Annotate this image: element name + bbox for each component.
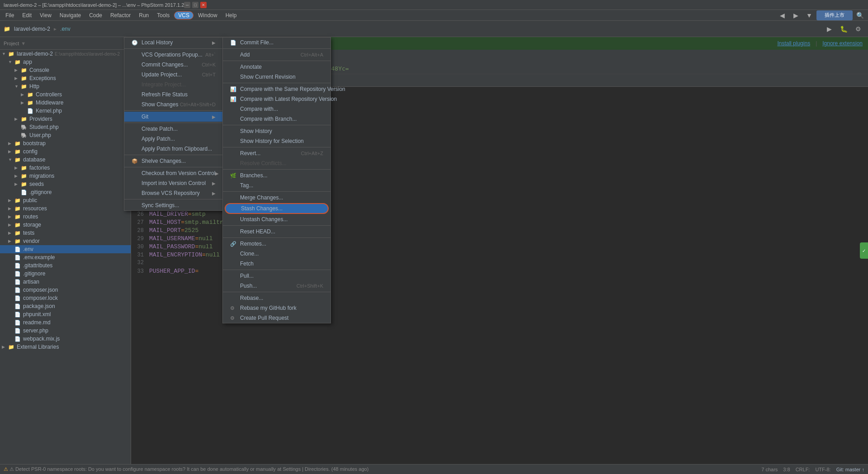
sidebar-item-bootstrap[interactable]: ▶ 📁 bootstrap	[0, 139, 131, 147]
debug-button[interactable]: 🐛	[837, 23, 850, 35]
sidebar-item-storage[interactable]: ▶ 📁 storage	[0, 221, 131, 229]
green-indicator[interactable]: ✓	[860, 242, 868, 259]
git-stash-changes[interactable]: Stash Changes...	[225, 203, 329, 214]
git-branches[interactable]: 🌿Branches...	[223, 171, 330, 180]
sidebar-item-webpack[interactable]: ▶ 📄 webpack.mix.js	[0, 335, 131, 343]
git-show-history-selection[interactable]: Show History for Selection	[223, 136, 330, 146]
sidebar-item-env[interactable]: ▶ 📄 .env	[0, 245, 131, 253]
git-push[interactable]: Push... Ctrl+Shift+K	[223, 281, 330, 291]
sidebar-item-phpunit[interactable]: ▶ 📄 phpunit.xml	[0, 310, 131, 318]
menu-view[interactable]: View	[36, 11, 55, 19]
vcs-create-patch[interactable]: Create Patch...	[124, 124, 223, 134]
vcs-commit-changes[interactable]: Commit Changes... Ctrl+K	[124, 60, 223, 70]
vcs-import[interactable]: Import into Version Control ▶	[124, 178, 223, 188]
git-compare-latest[interactable]: 📊Compare with Latest Repository Version	[223, 94, 330, 104]
sidebar-item-public[interactable]: ▶ 📁 public	[0, 196, 131, 204]
toolbar-back-button[interactable]: ◀	[776, 9, 788, 22]
git-annotate[interactable]: Annotate	[223, 62, 330, 72]
sidebar-item-gitattributes[interactable]: ▶ 📄 .gitattributes	[0, 261, 131, 270]
sidebar-item-kernel[interactable]: ▶ 📄 Kernel.php	[0, 107, 131, 115]
sidebar-item-external-libraries[interactable]: ▶ 📁 External Libraries	[0, 343, 131, 351]
git-rebase-github-fork[interactable]: ⚙Rebase my GitHub fork	[223, 303, 330, 313]
sidebar-item-composer-json[interactable]: ▶ 📄 composer.json	[0, 286, 131, 294]
git-pull[interactable]: Pull...	[223, 271, 330, 281]
sidebar-item-vendor[interactable]: ▶ 📁 vendor	[0, 237, 131, 245]
git-compare-same-repo[interactable]: 📊Compare with the Same Repository Versio…	[223, 84, 330, 94]
menu-navigate[interactable]: Navigate	[56, 11, 85, 19]
run-button[interactable]: ▶	[823, 23, 835, 35]
vcs-apply-patch[interactable]: Apply Patch...	[124, 134, 223, 144]
toolbar-forward-button[interactable]: ▶	[789, 9, 802, 22]
sidebar-item-resources[interactable]: ▶ 📁 resources	[0, 204, 131, 213]
menu-help[interactable]: Help	[222, 11, 241, 19]
menu-file[interactable]: File	[2, 11, 18, 19]
menu-tools[interactable]: Tools	[153, 11, 173, 19]
git-reset-head[interactable]: Reset HEAD...	[223, 227, 330, 237]
vcs-apply-patch-clipboard[interactable]: Apply Patch from Clipboard...	[124, 144, 223, 154]
sidebar-item-seeds[interactable]: ▶ 📁 seeds	[0, 180, 131, 188]
sidebar-item-providers[interactable]: ▶ 📁 Providers	[0, 115, 131, 123]
git-fetch[interactable]: Fetch	[223, 259, 330, 269]
git-clone[interactable]: Clone...	[223, 249, 330, 259]
sidebar-item-exceptions[interactable]: ▶ 📁 Exceptions	[0, 74, 131, 82]
git-revert[interactable]: Revert... Ctrl+Alt+Z	[223, 148, 330, 158]
menu-run[interactable]: Run	[135, 11, 152, 19]
sidebar-item-project[interactable]: ▼ 📁 laravel-demo-2 E:\xampp\htdocs\larav…	[0, 50, 131, 58]
vcs-git[interactable]: Git ▶	[124, 112, 223, 122]
vcs-local-history[interactable]: 🕐Local History ▶	[124, 38, 223, 47]
menu-window[interactable]: Window	[194, 11, 221, 19]
sidebar-item-config[interactable]: ▶ 📁 config	[0, 147, 131, 156]
git-compare-with[interactable]: Compare with...	[223, 104, 330, 114]
git-remotes[interactable]: 🔗Remotes...	[223, 239, 330, 249]
vcs-shelve-changes[interactable]: 📦Shelve Changes...	[124, 156, 223, 166]
git-unstash-changes[interactable]: Unstash Changes...	[223, 214, 330, 224]
vcs-update-project[interactable]: Update Project... Ctrl+T	[124, 70, 223, 80]
menu-code[interactable]: Code	[85, 11, 106, 19]
git-compare-branch[interactable]: Compare with Branch...	[223, 114, 330, 124]
git-commit-file[interactable]: 📄Commit File...	[223, 38, 330, 47]
git-merge-changes[interactable]: Merge Changes...	[223, 193, 330, 203]
sidebar-item-app[interactable]: ▼ 📁 app	[0, 58, 131, 66]
plugin-button[interactable]: 插件上市	[816, 10, 853, 20]
settings-button[interactable]: ⚙	[852, 23, 864, 35]
vcs-refresh-file-status[interactable]: Refresh File Status	[124, 90, 223, 100]
sidebar-item-artisan[interactable]: ▶ 📄 artisan	[0, 278, 131, 286]
sidebar-item-middleware[interactable]: ▶ 📁 Middleware	[0, 99, 131, 107]
vcs-operations-popup[interactable]: VCS Operations Popup... Alt+`	[124, 50, 223, 60]
git-create-pull-request[interactable]: ⚙Create Pull Request	[223, 313, 330, 323]
sidebar-item-controllers[interactable]: ▶ 📁 Controllers	[0, 90, 131, 99]
sidebar-item-readme[interactable]: ▶ 📄 readme.md	[0, 318, 131, 327]
minimize-button[interactable]: ─	[184, 2, 190, 8]
sidebar-item-package-json[interactable]: ▶ 📄 package.json	[0, 302, 131, 310]
sidebar-item-student[interactable]: ▶ 🐘 Student.php	[0, 123, 131, 131]
sidebar-item-migrations[interactable]: ▶ 📁 migrations	[0, 172, 131, 180]
git-add[interactable]: Add Ctrl+Alt+A	[223, 50, 330, 60]
git-show-history[interactable]: Show History	[223, 126, 330, 136]
vcs-browse[interactable]: Browse VCS Repository ▶	[124, 188, 223, 198]
sidebar-item-gitignore[interactable]: ▶ 📄 .gitignore	[0, 270, 131, 278]
vcs-checkout[interactable]: Checkout from Version Control ▶	[124, 168, 223, 178]
sidebar-item-user[interactable]: ▶ 🐘 User.php	[0, 131, 131, 139]
menu-edit[interactable]: Edit	[19, 11, 35, 19]
git-tag[interactable]: Tag...	[223, 180, 330, 190]
sidebar-item-tests[interactable]: ▶ 📁 tests	[0, 229, 131, 237]
sidebar-item-console[interactable]: ▶ 📁 Console	[0, 66, 131, 74]
sidebar-item-gitignore-db[interactable]: ▶ 📄 .gitignore	[0, 188, 131, 196]
ignore-extension-link[interactable]: Ignore extension	[822, 40, 863, 47]
menu-refactor[interactable]: Refactor	[107, 11, 134, 19]
git-show-current-revision[interactable]: Show Current Revision	[223, 72, 330, 82]
sidebar-item-database[interactable]: ▼ 📁 database	[0, 156, 131, 164]
sidebar-item-server[interactable]: ▶ 📄 server.php	[0, 327, 131, 335]
sidebar-item-http[interactable]: ▼ 📁 Http	[0, 82, 131, 90]
install-plugins-link[interactable]: Install plugins	[777, 40, 810, 47]
maximize-button[interactable]: □	[192, 2, 198, 8]
menu-vcs[interactable]: VCS	[174, 11, 193, 19]
sidebar-item-factories[interactable]: ▶ 📁 factories	[0, 164, 131, 172]
close-button[interactable]: ✕	[200, 2, 207, 8]
sidebar-item-env-example[interactable]: ▶ 📄 .env.example	[0, 253, 131, 261]
sidebar-item-routes[interactable]: ▶ 📁 routes	[0, 213, 131, 221]
vcs-sync-settings[interactable]: Sync Settings...	[124, 200, 223, 210]
vcs-show-changes[interactable]: Show Changes Ctrl+Alt+Shift+D	[124, 100, 223, 109]
toolbar-recent-button[interactable]: ▼	[803, 9, 816, 22]
git-rebase[interactable]: Rebase...	[223, 293, 330, 303]
